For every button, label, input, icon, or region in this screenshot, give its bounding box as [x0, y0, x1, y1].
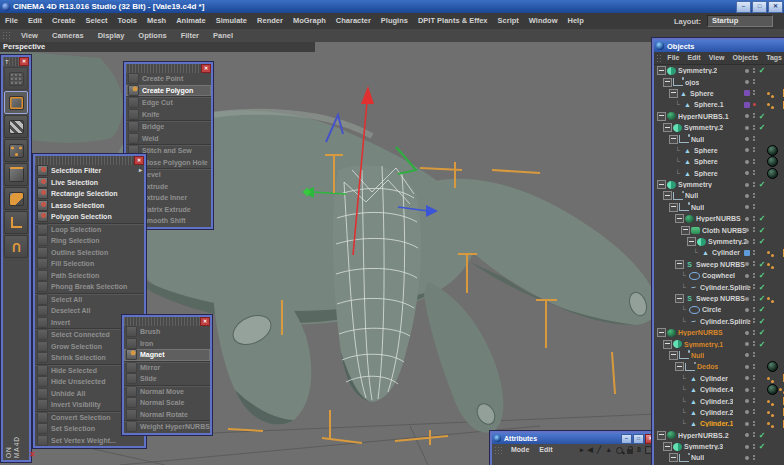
enabled-check-icon[interactable]: ✓ [757, 305, 767, 314]
deform-menu-titlebar[interactable]: ✕ [124, 317, 210, 326]
menu-item-normal-rotate[interactable]: Normal Rotate [124, 409, 210, 421]
objects-menu-edit[interactable]: Edit [683, 52, 704, 64]
texture-tag-icon[interactable] [767, 156, 778, 167]
menu-item-live-selection[interactable]: Live Selection [35, 177, 144, 189]
selection-tag-icon[interactable] [767, 103, 770, 106]
visibility-dots-icon[interactable] [753, 79, 755, 81]
layer-dot-icon[interactable] [745, 422, 749, 426]
visibility-dots-icon[interactable] [753, 204, 755, 206]
deform-menu-close-icon[interactable]: ✕ [200, 317, 210, 326]
visibility-dots-icon[interactable] [753, 193, 755, 195]
tree-row-dedos[interactable]: Dedos [654, 361, 784, 372]
blue-tag-icon[interactable] [744, 250, 750, 256]
enabled-check-icon[interactable]: ✓ [757, 317, 767, 326]
menu-item-weight-hypernurbs[interactable]: Weight HyperNURBS [124, 420, 210, 433]
layer-dot-icon[interactable] [745, 217, 749, 221]
visibility-dots-icon[interactable] [753, 250, 755, 252]
layer-dot-icon[interactable] [745, 342, 749, 346]
visibility-dots-icon[interactable] [753, 113, 755, 115]
menu-item-weld[interactable]: Weld [126, 133, 211, 145]
menu-item-set-vertex-weight[interactable]: Set Vertex Weight... [35, 435, 144, 447]
tree-row-symmetry-1[interactable]: Symmetry.1✓ [654, 338, 784, 349]
tree-row-hypernurbs[interactable]: HyperNURBS✓ [654, 213, 784, 224]
collapse-icon[interactable] [663, 442, 672, 451]
enabled-check-icon[interactable]: ✓ [757, 214, 767, 223]
object-name[interactable]: HyperNURBS.2 [678, 432, 729, 439]
menu-item-create-point[interactable]: Create Point [126, 73, 211, 85]
layer-dot-icon[interactable] [745, 410, 749, 414]
tree-row-null[interactable]: Null [654, 452, 784, 463]
layer-dot-icon[interactable] [745, 137, 749, 141]
back-arrow-icon[interactable]: ◀ [588, 446, 593, 454]
layer-dot-icon[interactable] [745, 148, 749, 152]
objects-menu-objects[interactable]: Objects [728, 52, 762, 64]
collapse-icon[interactable] [657, 112, 666, 121]
menu-item-knife[interactable]: Knife [126, 109, 211, 121]
model-mode-button[interactable] [4, 91, 28, 114]
menu-edit[interactable]: Edit [23, 13, 47, 29]
visibility-dots-icon[interactable] [753, 284, 755, 286]
object-name[interactable]: HyperNURBS [696, 215, 741, 222]
tree-row-cylinder[interactable]: └▲Cylinder [654, 373, 784, 384]
collapse-icon[interactable] [687, 237, 696, 246]
tree-row-sphere[interactable]: └▲Sphere [654, 145, 784, 156]
visibility-dots-icon[interactable] [753, 125, 755, 127]
tools-palette-close-icon[interactable]: ✕ [19, 57, 29, 66]
visibility-dots-icon[interactable] [753, 307, 755, 309]
layer-dot-icon[interactable] [745, 114, 749, 118]
attributes-menu-mode[interactable]: Mode [506, 444, 534, 456]
collapse-icon[interactable] [681, 226, 690, 235]
viewport-menu-filter[interactable]: Filter [174, 29, 206, 42]
visibility-dots-icon[interactable] [753, 261, 755, 263]
layer-dot-icon[interactable] [745, 376, 749, 380]
tree-row-null[interactable]: Null [654, 133, 784, 144]
tree-row-sphere[interactable]: ▲Sphere [654, 88, 784, 99]
enabled-check-icon[interactable]: ✓ [757, 294, 767, 303]
enabled-check-icon[interactable]: ✓ [757, 123, 767, 132]
visibility-dots-icon[interactable] [753, 341, 755, 343]
objects-panel-titlebar[interactable]: Objects [654, 40, 784, 52]
object-name[interactable]: Sphere.1 [694, 101, 724, 108]
enabled-check-icon[interactable]: ✓ [757, 180, 767, 189]
object-name[interactable]: Cogwheel [702, 272, 735, 279]
object-name[interactable]: Null [691, 352, 704, 359]
object-name[interactable]: Symmetry.3 [684, 443, 723, 450]
layer-dot-icon[interactable] [745, 365, 749, 369]
visibility-dots-icon[interactable] [753, 364, 755, 366]
menu-item-normal-scale[interactable]: Normal Scale [124, 397, 210, 409]
layer-dot-icon[interactable] [745, 399, 749, 403]
tree-row-hypernurbs[interactable]: HyperNURBS✓ [654, 327, 784, 338]
selection-menu-titlebar[interactable]: ✕ [35, 156, 144, 165]
menu-character[interactable]: Character [331, 13, 376, 29]
structure-menu-titlebar[interactable]: ✕ [126, 64, 211, 73]
purple-tag-icon[interactable] [744, 90, 750, 96]
viewport-menu-options[interactable]: Options [131, 29, 173, 42]
tree-row-circle[interactable]: └Circle✓ [654, 304, 784, 315]
object-name[interactable]: Sphere [694, 170, 718, 177]
structure-menu-close-icon[interactable]: ✕ [201, 64, 211, 73]
item-count-icon[interactable]: 8 [637, 446, 641, 454]
enabled-check-icon[interactable]: ✓ [757, 237, 767, 246]
selection-menu-close-icon[interactable]: ✕ [134, 156, 144, 165]
selection-tag-icon[interactable] [767, 422, 770, 425]
collapse-icon[interactable] [675, 294, 684, 303]
visibility-dots-icon[interactable] [753, 296, 755, 298]
tree-row-hypernurbs-2[interactable]: HyperNURBS.2✓ [654, 430, 784, 441]
visibility-dots-icon[interactable] [753, 398, 755, 400]
tree-row-null[interactable]: Null [654, 350, 784, 361]
collapse-icon[interactable] [657, 180, 666, 189]
tree-row-cylinder-spline[interactable]: └~Cylinder.Spline✓ [654, 316, 784, 327]
menu-file[interactable]: File [0, 13, 23, 29]
tree-row-cylinder-1[interactable]: └▲Cylinder.1 [654, 418, 784, 429]
layer-dot-icon[interactable] [745, 445, 749, 449]
object-name[interactable]: Symmetry.1 [684, 341, 723, 348]
tree-row-symmetry-2[interactable]: Symmetry.2✓ [654, 236, 784, 247]
tree-row-null[interactable]: Null [654, 202, 784, 213]
layer-dot-icon[interactable] [745, 194, 749, 198]
menu-help[interactable]: Help [563, 13, 589, 29]
menu-item-loop-selection[interactable]: Loop Selection [35, 223, 144, 236]
grip-icon[interactable] [656, 54, 661, 63]
tree-row-cylinder-2[interactable]: └▲Cylinder.2 [654, 407, 784, 418]
layer-dot-icon[interactable] [745, 240, 749, 244]
lock-icon[interactable] [627, 449, 633, 454]
